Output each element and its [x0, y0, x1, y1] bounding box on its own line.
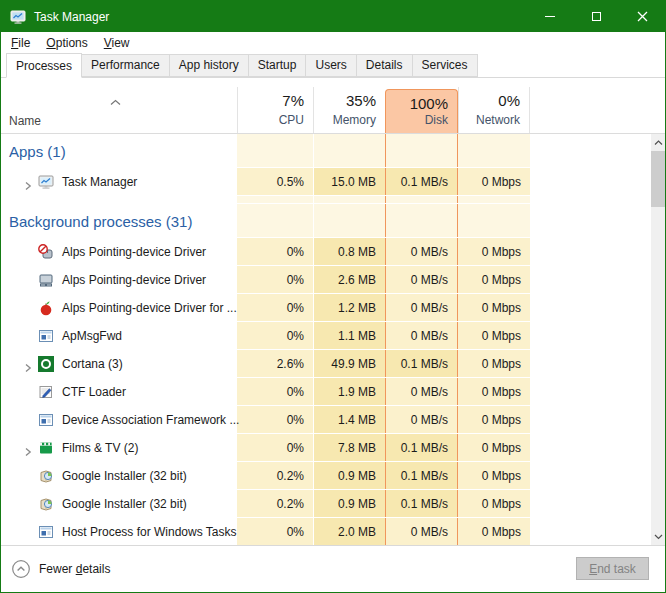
minimize-button[interactable] — [527, 1, 573, 32]
tab-processes[interactable]: Processes — [6, 53, 82, 78]
column-header-name[interactable]: Name — [1, 87, 237, 133]
cell-cpu: 2.6% — [237, 350, 313, 377]
scroll-down-button[interactable] — [651, 528, 665, 545]
menu-item-file[interactable]: File — [3, 34, 38, 52]
cell-disk: 0.1 MB/s — [385, 462, 458, 489]
process-row-google-installer-32-bit[interactable]: 0.2%0.9 MB0.1 MB/s0 MbpsGoogle Installer… — [1, 490, 651, 518]
task-manager-icon — [38, 174, 54, 190]
footer-bar: Fewer details End task — [1, 546, 665, 591]
process-name: Films & TV (2) — [62, 441, 138, 455]
cell-network — [458, 196, 530, 203]
process-name: Alps Pointing-device Driver — [62, 245, 206, 259]
process-row-films-tv-2[interactable]: 0%7.8 MB0.1 MB/s0 MbpsFilms & TV (2) — [1, 434, 651, 462]
tab-users[interactable]: Users — [305, 54, 356, 77]
process-row-device-association-framework[interactable]: 0%1.4 MB0 MB/s0 MbpsDevice Association F… — [1, 406, 651, 434]
scrollbar-thumb[interactable] — [651, 151, 665, 207]
column-label: CPU — [279, 113, 304, 127]
column-header-row: Name 7%CPU35%Memory100%Disk0%Network — [1, 87, 665, 134]
column-header-network[interactable]: 0%Network — [458, 87, 530, 133]
menu-item-options[interactable]: Options — [38, 34, 95, 52]
column-header-memory[interactable]: 35%Memory — [313, 87, 385, 133]
column-header-disk[interactable]: 100%Disk — [385, 89, 458, 133]
process-row-apmsgfwd[interactable]: 0%1.1 MB0 MB/s0 MbpsApMsgFwd — [1, 322, 651, 350]
group-label: Apps (1) — [9, 143, 66, 160]
process-row-cortana-3[interactable]: 2.6%49.9 MB0.1 MB/s0 MbpsCortana (3) — [1, 350, 651, 378]
process-name: Google Installer (32 bit) — [62, 497, 187, 511]
cell-network: 0 Mbps — [458, 168, 530, 195]
close-icon — [637, 11, 648, 22]
close-button[interactable] — [619, 1, 665, 32]
cell-network: 0 Mbps — [458, 406, 530, 433]
process-row-alps-pointing-device-driver[interactable]: 0%2.6 MB0 MB/s0 MbpsAlps Pointing-device… — [1, 266, 651, 294]
cell-network — [458, 204, 530, 237]
end-task-button[interactable]: End task — [576, 557, 649, 580]
chevron-right-icon[interactable] — [23, 177, 33, 187]
cell-network: 0 Mbps — [458, 462, 530, 489]
cortana-icon — [38, 356, 54, 372]
cell-disk — [385, 196, 458, 203]
cell-network: 0 Mbps — [458, 518, 530, 545]
maximize-button[interactable] — [573, 1, 619, 32]
vertical-scrollbar[interactable] — [651, 134, 665, 545]
column-usage-percent: 35% — [346, 92, 376, 109]
cell-cpu — [237, 196, 313, 203]
tab-app-history[interactable]: App history — [169, 54, 249, 77]
process-row-host-process-for-windows-tasks[interactable]: 0%2.0 MB0 MB/s0 MbpsHost Process for Win… — [1, 518, 651, 546]
cell-disk: 0 MB/s — [385, 406, 458, 433]
task-manager-icon — [10, 9, 26, 25]
cell-disk: 0 MB/s — [385, 238, 458, 265]
cell-cpu: 0% — [237, 518, 313, 545]
ctf-loader-icon — [38, 384, 54, 400]
fewer-details-label: Fewer details — [39, 562, 110, 576]
process-row-task-manager[interactable]: 0.5%15.0 MB0.1 MB/s0 MbpsTask Manager — [1, 168, 651, 196]
name-column-label: Name — [9, 114, 41, 128]
cell-cpu — [237, 134, 313, 167]
tab-performance[interactable]: Performance — [81, 54, 170, 77]
chevron-right-icon[interactable] — [23, 359, 33, 369]
column-header-cpu[interactable]: 7%CPU — [237, 87, 313, 133]
films-tv-icon — [38, 440, 54, 456]
column-label: Network — [476, 113, 520, 127]
cell-network: 0 Mbps — [458, 238, 530, 265]
cell-cpu — [237, 204, 313, 237]
cell-network: 0 Mbps — [458, 322, 530, 349]
cell-cpu: 0% — [237, 266, 313, 293]
cell-memory — [313, 204, 385, 237]
menu-bar: FileOptionsView — [1, 32, 665, 53]
scroll-up-button[interactable] — [651, 134, 665, 151]
cell-memory: 7.8 MB — [313, 434, 385, 461]
window-icon — [38, 412, 54, 428]
cell-memory: 1.1 MB — [313, 322, 385, 349]
group-header-background-processes-31[interactable]: Background processes (31) — [1, 204, 651, 238]
cell-network — [458, 134, 530, 167]
cell-memory: 0.8 MB — [313, 238, 385, 265]
process-row-alps-pointing-device-driver-for[interactable]: 0%1.2 MB0 MB/s0 MbpsAlps Pointing-device… — [1, 294, 651, 322]
cell-memory — [313, 134, 385, 167]
tab-services[interactable]: Services — [412, 54, 478, 77]
cell-memory: 1.9 MB — [313, 378, 385, 405]
tab-startup[interactable]: Startup — [248, 54, 307, 77]
window-icon — [38, 328, 54, 344]
cell-disk: 0.1 MB/s — [385, 434, 458, 461]
process-list: Apps (1)0.5%15.0 MB0.1 MB/s0 MbpsTask Ma… — [1, 134, 665, 546]
group-header-apps-1[interactable]: Apps (1) — [1, 134, 651, 168]
fewer-details-button[interactable]: Fewer details — [11, 559, 110, 579]
cell-memory: 1.2 MB — [313, 294, 385, 321]
cell-network: 0 Mbps — [458, 490, 530, 517]
cell-memory: 2.6 MB — [313, 266, 385, 293]
process-name: Cortana (3) — [62, 357, 123, 371]
process-row-google-installer-32-bit[interactable]: 0.2%0.9 MB0.1 MB/s0 MbpsGoogle Installer… — [1, 462, 651, 490]
process-row-ctf-loader[interactable]: 0%1.9 MB0 MB/s0 MbpsCTF Loader — [1, 378, 651, 406]
tab-details[interactable]: Details — [356, 54, 413, 77]
menu-item-view[interactable]: View — [96, 34, 138, 52]
process-name: Alps Pointing-device Driver for ... — [62, 301, 237, 315]
minimize-icon — [545, 16, 555, 17]
column-label: Memory — [333, 113, 376, 127]
title-bar: Task Manager — [1, 1, 665, 32]
cell-cpu: 0% — [237, 378, 313, 405]
installer-icon — [38, 468, 54, 484]
cell-disk: 0 MB/s — [385, 322, 458, 349]
chevron-right-icon[interactable] — [23, 443, 33, 453]
tab-gap — [1, 78, 665, 87]
process-row-alps-pointing-device-driver[interactable]: 0%0.8 MB0 MB/s0 MbpsAlps Pointing-device… — [1, 238, 651, 266]
